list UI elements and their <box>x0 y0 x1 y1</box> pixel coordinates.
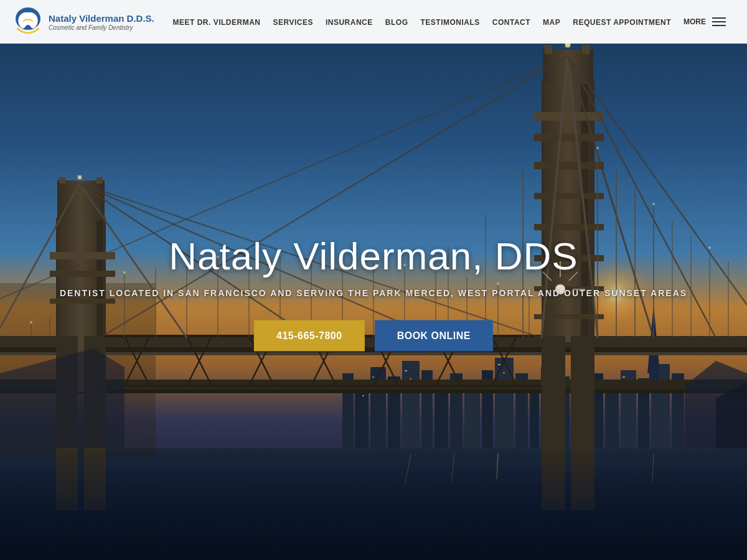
hero-content: Nataly Vilderman, DDS DENTIST LOCATED IN… <box>60 234 687 352</box>
book-online-button[interactable]: BOOK ONLINE <box>375 320 493 352</box>
nav-link-map[interactable]: MAP <box>537 18 566 27</box>
nav-link-meet[interactable]: MEET DR. VILDERMAN <box>166 18 266 27</box>
nav-item-contact[interactable]: CONTACT <box>486 16 537 27</box>
hero-title: Nataly Vilderman, DDS <box>60 234 687 278</box>
nav-item-more[interactable]: MORE <box>677 15 735 29</box>
nav-link-insurance[interactable]: INSURANCE <box>319 18 379 27</box>
nav-link-contact[interactable]: CONTACT <box>486 18 537 27</box>
nav-item-services[interactable]: SERVICES <box>266 16 319 27</box>
logo-area[interactable]: Nataly Vilderman D.D.S. Cosmetic and Fam… <box>12 5 154 39</box>
navbar: Nataly Vilderman D.D.S. Cosmetic and Fam… <box>0 0 747 44</box>
hero-buttons: 415-665-7800 BOOK ONLINE <box>60 320 687 352</box>
logo-subtitle: Cosmetic and Family Dentistry <box>49 24 154 31</box>
logo-title: Nataly Vilderman D.D.S. <box>49 13 154 24</box>
logo-icon <box>12 5 44 39</box>
nav-item-meet[interactable]: MEET DR. VILDERMAN <box>166 16 266 27</box>
hero-subtitle: DENTIST LOCATED IN SAN FRANCISCO AND SER… <box>60 288 687 298</box>
hamburger-line-1 <box>712 17 726 19</box>
hamburger-line-3 <box>712 25 726 26</box>
water-overlay <box>0 448 747 560</box>
nav-link-services[interactable]: SERVICES <box>266 18 319 27</box>
hamburger-line-2 <box>712 21 726 22</box>
nav-item-blog[interactable]: BLOG <box>379 16 415 27</box>
phone-button[interactable]: 415-665-7800 <box>254 320 365 352</box>
nav-links: MEET DR. VILDERMAN SERVICES INSURANCE BL… <box>166 15 735 29</box>
hero-section: Nataly Vilderman D.D.S. Cosmetic and Fam… <box>0 0 747 560</box>
logo-text: Nataly Vilderman D.D.S. Cosmetic and Fam… <box>49 13 154 31</box>
nav-item-request[interactable]: REQUEST APPOINTMENT <box>566 16 677 27</box>
nav-link-blog[interactable]: BLOG <box>379 18 415 27</box>
nav-item-insurance[interactable]: INSURANCE <box>319 16 379 27</box>
nav-link-request[interactable]: REQUEST APPOINTMENT <box>566 18 677 27</box>
nav-item-testimonials[interactable]: TESTIMONIALS <box>414 16 486 27</box>
more-label: MORE <box>684 17 706 26</box>
nav-more-button[interactable]: MORE <box>677 15 735 29</box>
hamburger-icon[interactable] <box>710 15 728 29</box>
nav-link-testimonials[interactable]: TESTIMONIALS <box>414 18 486 27</box>
nav-item-map[interactable]: MAP <box>537 16 566 27</box>
